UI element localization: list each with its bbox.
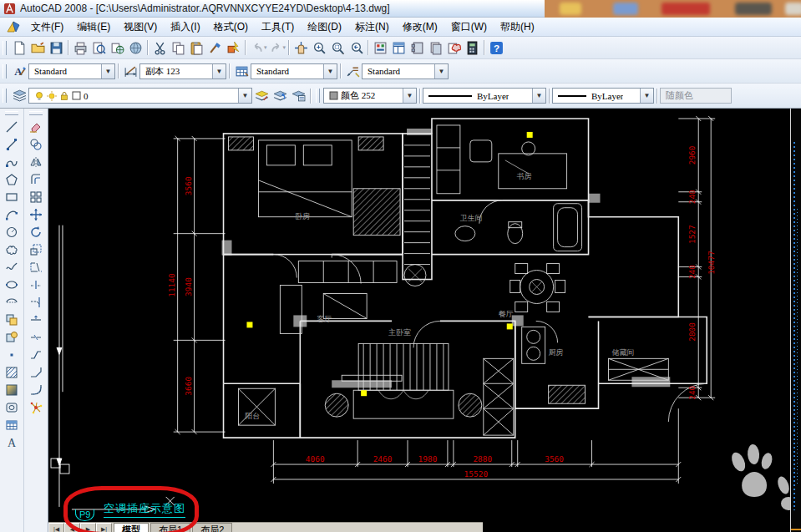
dim-style-combo[interactable]: 副本 123 ▼ bbox=[139, 63, 226, 79]
combo-arrow-icon[interactable]: ▼ bbox=[403, 89, 416, 103]
extend-button[interactable] bbox=[26, 293, 47, 311]
combo-arrow-icon[interactable]: ▼ bbox=[434, 64, 448, 79]
sheetset-manager-button[interactable] bbox=[426, 39, 444, 57]
copy-button[interactable] bbox=[169, 39, 187, 57]
region-button[interactable] bbox=[2, 398, 23, 416]
undo-dropdown[interactable]: ▾ bbox=[264, 44, 267, 51]
ellipse-button[interactable] bbox=[2, 276, 23, 293]
menu-help[interactable]: 帮助(H) bbox=[494, 18, 541, 36]
table-button[interactable] bbox=[2, 416, 23, 433]
zoom-previous-button[interactable] bbox=[347, 39, 365, 57]
construction-line-button[interactable] bbox=[2, 135, 23, 153]
hatch-button[interactable] bbox=[2, 363, 23, 381]
dim-style-icon[interactable] bbox=[121, 63, 139, 80]
text-style-combo[interactable]: Standard ▼ bbox=[28, 63, 115, 79]
combo-arrow-icon[interactable]: ▼ bbox=[101, 64, 114, 79]
tab-first-button[interactable]: |◀ bbox=[48, 523, 64, 532]
zoom-realtime-button[interactable] bbox=[310, 39, 328, 57]
circle-button[interactable] bbox=[2, 223, 23, 241]
break-at-point-button[interactable] bbox=[26, 311, 47, 328]
offset-button[interactable] bbox=[26, 170, 47, 188]
tool-palettes-button[interactable] bbox=[408, 39, 426, 57]
mleader-style-icon[interactable] bbox=[343, 63, 362, 80]
combo-arrow-icon[interactable]: ▼ bbox=[532, 89, 545, 103]
cut-button[interactable] bbox=[150, 39, 169, 57]
paste-button[interactable] bbox=[187, 39, 205, 57]
publish-button[interactable] bbox=[108, 39, 126, 57]
layer-previous-icon[interactable] bbox=[271, 87, 289, 104]
toolbar-grip[interactable] bbox=[3, 41, 7, 55]
chamfer-button[interactable] bbox=[26, 363, 47, 381]
menu-edit[interactable]: 编辑(E) bbox=[70, 18, 117, 36]
join-button[interactable] bbox=[26, 346, 47, 363]
line-button[interactable] bbox=[2, 118, 23, 135]
arc-button[interactable] bbox=[2, 205, 23, 223]
layer-color-swatch[interactable] bbox=[72, 91, 81, 100]
layer-states-icon[interactable] bbox=[289, 87, 307, 104]
linetype-combo[interactable]: ByLayer ▼ bbox=[423, 88, 546, 104]
menu-tools[interactable]: 工具(T) bbox=[255, 18, 301, 36]
redo-dropdown[interactable]: ▾ bbox=[283, 44, 286, 51]
menu-view[interactable]: 视图(V) bbox=[117, 18, 164, 36]
toolbar-grip[interactable] bbox=[316, 89, 320, 103]
plot-preview-button[interactable] bbox=[89, 39, 108, 57]
scale-button[interactable] bbox=[26, 241, 47, 258]
drawing-canvas[interactable]: 卧房 书房 卫生间 客厅 餐厅 主卧室 厨房 储藏间 阳台 bbox=[48, 109, 790, 532]
stretch-button[interactable] bbox=[26, 258, 47, 276]
menu-insert[interactable]: 插入(I) bbox=[164, 18, 206, 36]
layer-lock-icon[interactable] bbox=[59, 91, 69, 101]
toolbar-grip[interactable] bbox=[5, 111, 18, 115]
layer-manager-icon[interactable] bbox=[10, 87, 28, 104]
array-button[interactable] bbox=[26, 188, 47, 205]
mirror-button[interactable] bbox=[26, 153, 47, 170]
rectangle-button[interactable] bbox=[2, 188, 23, 205]
properties-palette-button[interactable] bbox=[371, 39, 389, 57]
layer-freeze-sun-icon[interactable] bbox=[47, 91, 57, 101]
polygon-button[interactable] bbox=[2, 170, 23, 188]
insert-block-button[interactable] bbox=[2, 311, 23, 328]
open-button[interactable] bbox=[28, 39, 47, 57]
table-style-icon[interactable] bbox=[232, 63, 251, 80]
text-button[interactable]: A bbox=[2, 433, 23, 451]
menu-draw[interactable]: 绘图(D) bbox=[301, 18, 348, 36]
make-object-layer-current-icon[interactable] bbox=[252, 87, 271, 104]
copy-object-button[interactable] bbox=[26, 135, 47, 153]
combo-arrow-icon[interactable]: ▼ bbox=[640, 89, 653, 103]
match-properties-button[interactable] bbox=[205, 39, 224, 57]
toolbar-grip[interactable] bbox=[3, 89, 7, 103]
fillet-button[interactable] bbox=[26, 381, 47, 398]
trim-button[interactable] bbox=[26, 276, 47, 293]
revision-cloud-button[interactable] bbox=[2, 241, 23, 258]
erase-button[interactable] bbox=[26, 118, 47, 135]
toolbar-grip[interactable] bbox=[29, 111, 43, 115]
lineweight-combo[interactable]: ByLayer ▼ bbox=[552, 88, 654, 104]
plot-button[interactable] bbox=[71, 39, 89, 57]
combo-arrow-icon[interactable]: ▼ bbox=[323, 64, 337, 79]
quickcalc-button[interactable] bbox=[463, 39, 481, 57]
menu-window[interactable]: 窗口(W) bbox=[444, 18, 494, 36]
spline-button[interactable] bbox=[2, 258, 23, 276]
table-style-combo[interactable]: Standard ▼ bbox=[251, 63, 337, 79]
layer-on-bulb-icon[interactable] bbox=[34, 91, 44, 101]
polyline-button[interactable] bbox=[2, 153, 23, 170]
color-combo[interactable]: 颜色 252 ▼ bbox=[323, 88, 417, 104]
menu-dimension[interactable]: 标注(N) bbox=[348, 18, 396, 36]
block-editor-button[interactable] bbox=[224, 39, 242, 57]
move-button[interactable] bbox=[26, 205, 47, 223]
mleader-style-combo[interactable]: Standard ▼ bbox=[362, 63, 449, 79]
pan-button[interactable] bbox=[292, 39, 310, 57]
make-block-button[interactable] bbox=[2, 328, 23, 346]
markup-set-manager-button[interactable] bbox=[444, 39, 463, 57]
tab-layout2[interactable]: 布局2 bbox=[192, 523, 232, 532]
designcenter-button[interactable] bbox=[389, 39, 408, 57]
dwf-globe-button[interactable] bbox=[126, 39, 144, 57]
rotate-button[interactable] bbox=[26, 223, 47, 241]
combo-arrow-icon[interactable]: ▼ bbox=[238, 89, 251, 103]
layer-combo[interactable]: 0 ▼ bbox=[28, 88, 252, 104]
point-button[interactable] bbox=[2, 346, 23, 363]
zoom-window-button[interactable] bbox=[328, 39, 347, 57]
help-button[interactable]: ? bbox=[487, 39, 505, 57]
new-button[interactable] bbox=[10, 39, 28, 57]
menu-modify[interactable]: 修改(M) bbox=[396, 18, 444, 36]
text-style-icon[interactable]: A bbox=[10, 63, 28, 80]
